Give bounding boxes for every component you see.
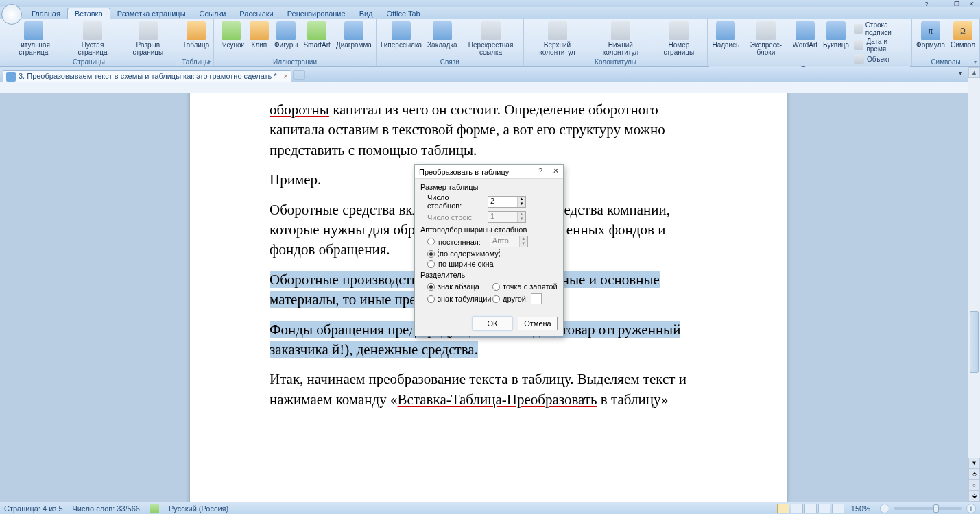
outline-view-button[interactable]	[818, 504, 830, 513]
symbol-label: Символ	[951, 41, 975, 49]
tab-view[interactable]: Вид	[352, 8, 380, 19]
zoom-slider-thumb[interactable]	[933, 504, 939, 513]
dropcap-button[interactable]: Буквица	[820, 20, 852, 65]
object-button[interactable]: Объект	[854, 54, 907, 64]
web-view-button[interactable]	[804, 504, 817, 513]
document-tab-title: 3. Преобразовываем текст в схемы и табли…	[19, 72, 277, 80]
close-tab-button[interactable]: ×	[283, 72, 287, 80]
text-run: Оборотные производстве :	[270, 271, 435, 288]
tab-home[interactable]: Главная	[25, 8, 67, 19]
symbol-icon: Ω	[953, 21, 972, 40]
group-links-label: Связи	[378, 58, 522, 66]
horizontal-ruler[interactable]	[0, 82, 980, 93]
clipart-icon	[250, 21, 269, 40]
scroll-up-button[interactable]: ▲	[968, 67, 980, 78]
zoom-level[interactable]: 150%	[851, 504, 870, 513]
scroll-thumb[interactable]	[970, 311, 979, 373]
fullscreen-view-button[interactable]	[791, 504, 803, 513]
cancel-button[interactable]: Отмена	[518, 317, 558, 330]
new-tab-button[interactable]	[293, 70, 305, 80]
zoom-out-button[interactable]: −	[880, 504, 889, 513]
quickparts-icon	[756, 21, 776, 40]
browse-object-button[interactable]: ○	[968, 480, 980, 491]
rows-label: Число строк:	[427, 213, 483, 221]
wordart-button[interactable]: WordArt	[790, 20, 821, 65]
autofit-content-radio[interactable]	[427, 250, 435, 258]
crossref-icon	[481, 21, 501, 40]
fixed-width-value: Авто	[492, 236, 509, 245]
scroll-track[interactable]	[968, 78, 980, 458]
crossref-button[interactable]: Перекрестная ссылка	[460, 20, 522, 58]
page-indicator[interactable]: Страница: 4 из 5	[4, 504, 63, 513]
paragraph[interactable]: Итак, начинаем преобразование текста в т…	[270, 369, 707, 410]
zoom-in-button[interactable]: +	[966, 504, 976, 513]
dialog-close-button[interactable]: ✕	[551, 167, 560, 176]
print-layout-view-button[interactable]	[777, 504, 789, 513]
tab-review[interactable]: Рецензирование	[280, 8, 352, 19]
symbols-launcher-icon[interactable]: ▾	[974, 59, 977, 65]
footer-button[interactable]: Нижний колонтитул	[589, 20, 652, 58]
smartart-button[interactable]: SmartArt	[300, 20, 333, 58]
header-button[interactable]: Верхний колонтитул	[525, 20, 590, 58]
sep-paragraph-radio[interactable]	[427, 283, 435, 291]
quickparts-button[interactable]: Экспресс-блоки	[742, 20, 789, 65]
sep-other-input[interactable]: -	[531, 293, 542, 304]
clipart-button[interactable]: Клип	[247, 20, 272, 58]
tab-mailings[interactable]: Рассылки	[232, 8, 280, 19]
language-indicator[interactable]: Русский (Россия)	[169, 504, 228, 513]
picture-label: Рисунок	[218, 41, 244, 49]
restore-button[interactable]: ❐	[951, 1, 962, 7]
tabbar-menu-button[interactable]: ▾	[955, 69, 965, 79]
tab-insert[interactable]: Вставка	[67, 8, 110, 19]
equation-label: Формула	[916, 41, 945, 49]
chart-button[interactable]: Диаграмма	[333, 20, 374, 58]
word-doc-icon	[6, 72, 16, 82]
page-break-button[interactable]: Разрыв страницы	[120, 20, 176, 58]
minimize-button[interactable]: _	[936, 1, 947, 7]
date-time-button[interactable]: Дата и время	[854, 38, 907, 53]
tab-office-tab[interactable]: Office Tab	[380, 8, 427, 19]
page-number-button[interactable]: Номер страницы	[652, 20, 706, 58]
tables-launcher-icon[interactable]: ▾	[208, 59, 211, 65]
bookmark-button[interactable]: Закладка	[425, 20, 459, 58]
picture-button[interactable]: Рисунок	[215, 20, 247, 58]
close-window-button[interactable]: ✕	[966, 1, 977, 7]
group-illustrations-label: Иллюстрации	[215, 58, 374, 66]
sep-semicolon-radio[interactable]	[492, 283, 500, 291]
word-count[interactable]: Число слов: 33/566	[73, 504, 140, 513]
tab-page-layout[interactable]: Разметка страницы	[110, 8, 193, 19]
sep-tab-radio[interactable]	[427, 295, 435, 303]
document-tab[interactable]: 3. Преобразовываем текст в схемы и табли…	[3, 70, 291, 82]
proofing-indicator[interactable]	[150, 504, 159, 513]
fixed-down-button: ▼	[519, 241, 527, 247]
text-run: капитал из чего он состоит. Определение …	[270, 101, 665, 158]
fixed-width-radio[interactable]	[427, 238, 435, 245]
cols-down-button[interactable]: ▼	[517, 201, 525, 207]
tab-references[interactable]: Ссылки	[193, 8, 233, 19]
next-page-button[interactable]: ⬙	[968, 491, 980, 502]
separator-label: Разделитель	[420, 271, 558, 279]
paragraph[interactable]: оборотны капитал из чего он состоит. Опр…	[270, 100, 707, 160]
equation-button[interactable]: πФормула	[913, 20, 948, 58]
draft-view-button[interactable]	[832, 504, 844, 513]
ok-button[interactable]: ОК	[473, 317, 512, 330]
autofit-window-radio[interactable]	[427, 260, 435, 268]
office-button[interactable]	[1, 4, 22, 25]
zoom-slider[interactable]	[894, 507, 962, 510]
symbol-button[interactable]: ΩСимвол	[948, 20, 978, 58]
signature-line-button[interactable]: Строка подписи	[854, 21, 907, 36]
blank-page-button[interactable]: Пустая страница	[65, 20, 119, 58]
dialog-help-button[interactable]: ?	[536, 167, 545, 176]
cols-spinner[interactable]: 2 ▲ ▼	[488, 196, 526, 208]
help-button[interactable]: ?	[921, 1, 932, 7]
shapes-button[interactable]: Фигуры	[272, 20, 300, 58]
textbox-button[interactable]: Надпись	[709, 20, 742, 65]
table-button[interactable]: Таблица	[180, 20, 212, 58]
dialog-title-bar[interactable]: Преобразовать в таблицу ? ✕	[415, 165, 563, 179]
prev-page-button[interactable]: ⬘	[968, 469, 980, 480]
sep-other-radio[interactable]	[492, 295, 500, 303]
hyperlink-button[interactable]: Гиперссылка	[378, 20, 425, 58]
cover-page-button[interactable]: Титульная страница	[1, 20, 65, 58]
scroll-down-button[interactable]: ▼	[968, 458, 980, 469]
vertical-scrollbar[interactable]: ▲ ▼ ⬘ ○ ⬙	[968, 67, 980, 502]
